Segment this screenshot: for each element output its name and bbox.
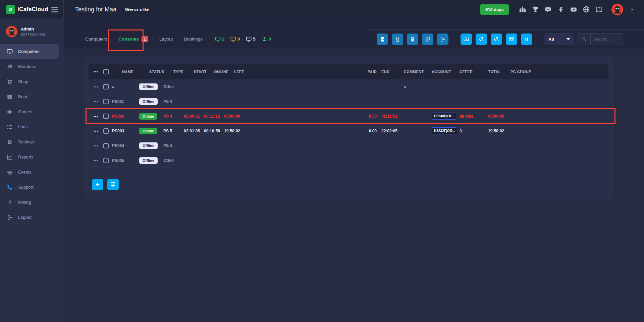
row-checkbox[interactable]: [103, 143, 109, 148]
table-row-a[interactable]: a Offline Other a: [89, 79, 608, 94]
member-add-button[interactable]: [491, 34, 502, 45]
col-name: NAME: [112, 70, 139, 74]
user-avatar[interactable]: [611, 4, 623, 15]
tab-separator: [178, 35, 178, 44]
sidebar-item-computers[interactable]: Computers: [0, 44, 59, 59]
sidebar-item-boot[interactable]: Boot: [0, 89, 59, 104]
battery-button[interactable]: [407, 34, 418, 45]
cell-type: PS 4: [163, 114, 184, 119]
sidebar-item-settings[interactable]: Settings: [0, 134, 59, 149]
tab-consoles-label: Consoles: [118, 37, 139, 42]
cell-left: 00:00:00: [224, 114, 258, 119]
sign-out-button[interactable]: [437, 34, 448, 45]
status-badge: Offline: [139, 157, 158, 164]
row-checkbox[interactable]: [103, 99, 109, 104]
status-badge: Offline: [139, 83, 158, 90]
status-badge: Offline: [139, 142, 158, 149]
row-menu-dots[interactable]: [89, 114, 103, 118]
guide-book-icon[interactable]: [595, 6, 603, 13]
row-checkbox[interactable]: [103, 114, 109, 119]
count-members-online[interactable]: 0: [262, 36, 271, 42]
account-chip[interactable]: D5248D|Of...: [432, 113, 456, 120]
cash-button[interactable]: [461, 34, 472, 45]
sidebar-item-games[interactable]: Games: [0, 104, 59, 119]
sidebar-item-mining[interactable]: B Mining: [0, 195, 59, 210]
sidebar-item-events[interactable]: Events: [0, 165, 59, 180]
hourglass-outline-button[interactable]: [392, 34, 403, 45]
select-all-checkbox[interactable]: [103, 69, 109, 74]
table-row-ps004[interactable]: PS004 Offline PS 4: [89, 138, 608, 153]
sidebar-item-support[interactable]: Support: [0, 180, 59, 195]
alarm-clock-button[interactable]: [422, 34, 433, 45]
facebook-icon[interactable]: [557, 6, 565, 13]
topbar-right: 610 days: [480, 4, 644, 15]
sidebar-item-label: Logout: [18, 215, 32, 220]
tab-layout[interactable]: Layout: [159, 37, 173, 42]
user-menu-caret-icon[interactable]: [631, 9, 634, 10]
count-total-consoles[interactable]: 5: [246, 36, 255, 42]
pc-background-button[interactable]: [506, 34, 517, 45]
phone-icon: [7, 184, 13, 190]
cell-type: Other: [163, 84, 184, 89]
sidebar-item-label: Members: [18, 64, 36, 69]
row-checkbox[interactable]: [103, 84, 109, 89]
search-box: [578, 33, 623, 45]
add-console-button[interactable]: +: [92, 179, 103, 190]
table-header-menu-dots[interactable]: [89, 70, 103, 74]
table-row-ps001[interactable]: PS001 Offline PS 4: [89, 94, 608, 109]
count-online-consoles[interactable]: 2: [215, 36, 224, 42]
table-row-ps005[interactable]: PS005 Offline Other: [89, 153, 608, 168]
table-header-row: NAME STATUS TYPE START ONLINE LEFT PAID …: [89, 64, 608, 79]
days-remaining-badge[interactable]: 610 days: [480, 4, 509, 15]
cell-total: 00:00:06: [488, 114, 511, 119]
count-busy-consoles[interactable]: 0: [230, 36, 240, 42]
table-row-ps002[interactable]: PS002 Online PS 4 02:00:51 00:11:12 00:0…: [89, 109, 608, 124]
account-chip[interactable]: K3232E|Off...: [432, 127, 457, 134]
sidebar-item-shop[interactable]: Shop: [0, 74, 59, 89]
cell-total: 19:50:02: [488, 129, 511, 133]
sidebar-item-label: Games: [18, 109, 32, 114]
topbar: i2 iCafeCloud Testing for Maa Give us a …: [0, 0, 644, 19]
row-menu-dots[interactable]: [89, 158, 103, 163]
monitor-icon: [215, 36, 221, 42]
deploy-client-button[interactable]: [107, 179, 119, 190]
sidebar-item-logs[interactable]: Logs: [0, 119, 59, 134]
tab-consoles[interactable]: Consoles 1: [118, 36, 148, 42]
windows-icon: [7, 94, 13, 100]
sidebar-user-phone: 097778704381: [21, 33, 46, 37]
table-row-ps003[interactable]: PS003 Online PS 5 02:01:05 00:10:58 19:5…: [89, 124, 608, 138]
col-account: ACCOUNT: [432, 70, 460, 74]
trophy-icon[interactable]: [532, 6, 539, 13]
discord-icon[interactable]: [544, 6, 552, 13]
ranking-icon[interactable]: [519, 6, 526, 13]
sidebar-item-reports[interactable]: Reports: [0, 149, 59, 165]
main-content: Computers Consoles 1 Layout Bookings 2 0: [64, 19, 644, 322]
sidebar-item-members[interactable]: Members: [0, 59, 59, 74]
status-badge: Online: [139, 128, 157, 134]
tab-computers[interactable]: Computers: [85, 37, 107, 42]
hourglass-filled-button[interactable]: [377, 34, 388, 45]
youtube-icon[interactable]: [570, 6, 577, 13]
sidebar-user: admin 097778704381: [0, 19, 64, 42]
row-checkbox[interactable]: [103, 158, 109, 163]
table-footer-actions: +: [89, 179, 608, 190]
member-star-button[interactable]: [476, 34, 487, 45]
col-pc-group: PC GROUP: [511, 70, 608, 74]
tab-bookings[interactable]: Bookings: [184, 37, 203, 42]
pause-button[interactable]: [521, 34, 532, 45]
hamburger-menu-icon[interactable]: [51, 7, 58, 14]
row-checkbox[interactable]: [103, 128, 109, 134]
row-menu-dots[interactable]: [89, 129, 103, 133]
row-menu-dots[interactable]: [89, 85, 103, 89]
sidebar-avatar: [6, 26, 17, 37]
search-input[interactable]: [591, 37, 623, 42]
row-menu-dots[interactable]: [89, 100, 103, 104]
give-us-a-like-link[interactable]: Give us a like: [125, 7, 149, 11]
group-filter-select[interactable]: All: [544, 33, 574, 45]
row-menu-dots[interactable]: [89, 144, 103, 148]
cell-end: 22:02:05: [381, 129, 404, 133]
sidebar: admin 097778704381 Computers Members Sho…: [0, 19, 64, 322]
sidebar-item-logout[interactable]: Logout: [0, 210, 59, 225]
globe-icon[interactable]: [583, 6, 590, 13]
consoles-table-card: NAME STATUS TYPE START ONLINE LEFT PAID …: [83, 57, 614, 199]
